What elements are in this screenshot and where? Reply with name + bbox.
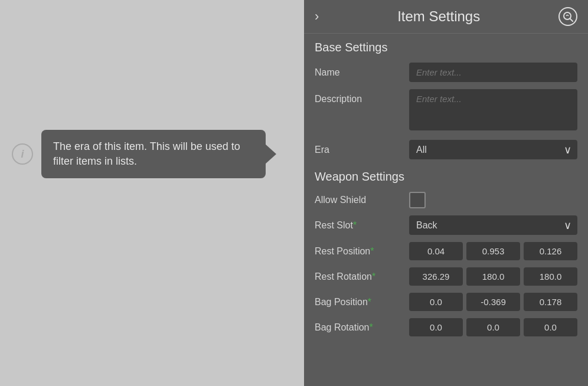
name-label: Name: [315, 67, 409, 78]
right-panel: › Item Settings Base Settings Name Descr…: [304, 0, 588, 386]
bag-rotation-inputs: [409, 318, 577, 336]
era-dropdown[interactable]: All: [409, 140, 577, 159]
tooltip-text: The era of this item. This will be used …: [53, 140, 240, 167]
bag-position-required: *: [368, 297, 371, 307]
rest-rotation-y-input[interactable]: [466, 267, 520, 286]
rest-rotation-required: *: [372, 271, 375, 282]
description-label: Description: [315, 89, 409, 104]
rest-position-inputs: [409, 242, 577, 260]
rest-position-x-input[interactable]: [409, 242, 463, 260]
rest-position-y-input[interactable]: [466, 242, 520, 260]
search-icon[interactable]: [558, 7, 577, 26]
expand-chevron-icon[interactable]: ›: [315, 9, 319, 24]
description-input-wrapper: [409, 89, 577, 133]
bag-rotation-label: Bag Rotation*: [315, 322, 409, 333]
tooltip-box: The era of this item. This will be used …: [41, 130, 266, 178]
rest-slot-row: Rest Slot* Back ∨: [304, 212, 588, 238]
rest-rotation-inputs: [409, 267, 577, 286]
rest-slot-required: *: [353, 220, 357, 230]
era-dropdown-wrapper: All ∨: [409, 140, 577, 159]
bag-rotation-y-input[interactable]: [466, 318, 520, 336]
rest-position-row: Rest Position*: [304, 238, 588, 264]
rest-rotation-row: Rest Rotation*: [304, 264, 588, 289]
bag-position-inputs: [409, 293, 577, 311]
bag-position-row: Bag Position*: [304, 289, 588, 315]
rest-slot-label: Rest Slot*: [315, 220, 409, 231]
name-row: Name: [304, 59, 588, 86]
bag-rotation-z-input[interactable]: [524, 318, 577, 336]
rest-slot-dropdown-wrapper: Back ∨: [409, 215, 577, 235]
rest-position-required: *: [370, 246, 374, 256]
info-icon: i: [12, 143, 33, 165]
tooltip-container: i The era of this item. This will be use…: [12, 130, 266, 178]
bag-position-label: Bag Position*: [315, 297, 409, 308]
allow-shield-row: Allow Shield: [304, 188, 588, 212]
panel-title: Item Settings: [319, 8, 558, 25]
rest-slot-dropdown[interactable]: Back: [409, 215, 577, 235]
bag-position-x-input[interactable]: [409, 293, 463, 311]
bag-position-z-input[interactable]: [524, 293, 577, 311]
name-input-wrapper: [409, 63, 577, 82]
rest-position-z-input[interactable]: [524, 242, 577, 260]
panel-header: › Item Settings: [304, 0, 588, 34]
rest-rotation-z-input[interactable]: [524, 267, 577, 286]
name-input[interactable]: [409, 63, 577, 82]
allow-shield-checkbox[interactable]: [409, 192, 426, 208]
era-row: Era All ∨: [304, 136, 588, 163]
description-row: Description: [304, 86, 588, 136]
bag-rotation-required: *: [370, 322, 373, 332]
bag-rotation-x-input[interactable]: [409, 318, 463, 336]
bag-rotation-row: Bag Rotation*: [304, 315, 588, 340]
rest-position-label: Rest Position*: [315, 246, 409, 257]
description-input[interactable]: [409, 89, 577, 130]
era-label: Era: [315, 145, 409, 155]
allow-shield-label: Allow Shield: [315, 195, 409, 205]
allow-shield-checkbox-wrapper: [409, 192, 577, 208]
bag-position-y-input[interactable]: [466, 293, 520, 311]
base-settings-label: Base Settings: [304, 34, 588, 59]
rest-rotation-label: Rest Rotation*: [315, 271, 409, 282]
svg-point-0: [564, 12, 571, 19]
left-panel: i The era of this item. This will be use…: [0, 0, 304, 386]
rest-rotation-x-input[interactable]: [409, 267, 463, 286]
weapon-settings-label: Weapon Settings: [304, 163, 588, 188]
